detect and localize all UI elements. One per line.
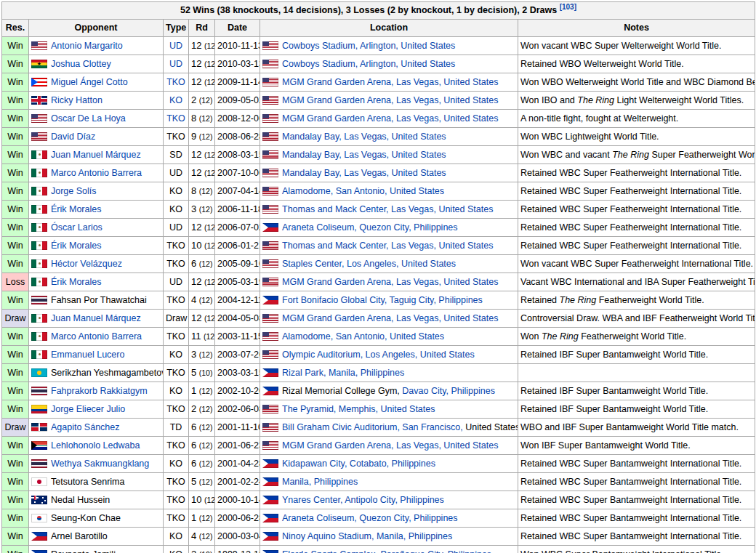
round-number: 10 [191, 240, 201, 251]
flag-philippines-icon [31, 550, 47, 553]
location-cell: Araneta Coliseum, Quezon City, Philippin… [260, 509, 518, 528]
type-label: TKO [166, 477, 185, 487]
result-cell: Win [2, 455, 29, 473]
opponent-link[interactable]: Héctor Velázquez [51, 259, 122, 269]
round-number: 3 [191, 203, 196, 214]
table-row: WinÉrik MoralesKO3 (12)2006-11-18Thomas … [2, 201, 755, 219]
location-link[interactable]: Cowboys Stadium, Arlington, United State… [282, 41, 455, 51]
opponent-link[interactable]: Emmanuel Lucero [51, 350, 124, 360]
opponent-link[interactable]: Érik Morales [51, 204, 101, 214]
location-link[interactable]: Alamodome, San Antonio, United States [282, 331, 444, 342]
table-row: WinSerikzhan YeshmagambetovTKO5 (10)2003… [2, 364, 755, 382]
location-cell: Mandalay Bay, Las Vegas, United States [260, 128, 518, 146]
location-link[interactable]: Bill Graham Civic Auditorium, San Franci… [282, 422, 463, 432]
location-link[interactable]: Kidapawan City, Cotabato, Philippines [282, 459, 435, 469]
date-cell: 2000-03-04 [215, 528, 260, 546]
opponent-link[interactable]: Jorge Solís [51, 186, 97, 196]
opponent-cell: Agapito Sánchez [29, 419, 164, 437]
type-cell: TKO [164, 491, 189, 509]
column-header-result: Res. [2, 20, 29, 37]
location-link[interactable]: MGM Grand Garden Arena, Las Vegas, Unite… [282, 113, 498, 124]
opponent-link[interactable]: Érik Morales [51, 277, 101, 287]
location-link[interactable]: Manila, Philippines [282, 477, 358, 487]
round-cell: 12 (12) [189, 219, 215, 237]
location-link[interactable]: Thomas and Mack Center, Las Vegas, Unite… [282, 204, 493, 214]
opponent-link[interactable]: Óscar Larios [51, 222, 102, 233]
location-link[interactable]: Elorde Sports Complex, Parañaque City, P… [282, 549, 491, 553]
flag-thailand-icon [31, 459, 47, 468]
opponent-link[interactable]: Érik Morales [51, 241, 101, 251]
location-link[interactable]: Ninoy Aquino Stadium, Manila, Philippine… [282, 531, 452, 541]
type-label: TKO [166, 132, 185, 142]
location-link[interactable]: Rizal Park, Manila, Philippines [282, 368, 404, 378]
flag-mexico-icon [31, 169, 47, 177]
flag-united-states-icon [262, 278, 278, 286]
type-cell: KO [164, 455, 189, 473]
date-cell: 2004-12-11 [215, 291, 260, 310]
type-link[interactable]: UD [169, 59, 182, 69]
round-number: 12 [191, 276, 201, 287]
location-link[interactable]: Thomas and Mack Center, Las Vegas, Unite… [282, 241, 493, 251]
result-cell: Win [2, 437, 29, 455]
round-cell: 12 (12) [189, 73, 215, 92]
type-cell: KO [164, 382, 189, 400]
round-total: (12) [204, 241, 215, 250]
opponent-link[interactable]: Juan Manuel Márquez [51, 313, 141, 323]
date-cell: 2010-11-13 [215, 37, 260, 55]
opponent-link[interactable]: Joshua Clottey [51, 59, 111, 69]
location-link[interactable]: Ynares Center, Antipolo City, Philippine… [282, 495, 444, 505]
location-link[interactable]: Davao City, Philippines [402, 386, 495, 396]
result-cell: Win [2, 146, 29, 164]
round-number: 2 [191, 549, 196, 553]
flag-philippines-icon [262, 477, 278, 486]
location-link[interactable]: MGM Grand Garden Arena, Las Vegas, Unite… [282, 313, 498, 323]
table-row: WinReynante JamiliKO2 (12)1999-12-18Elor… [2, 546, 755, 553]
type-link[interactable]: TKO [166, 113, 185, 124]
opponent-link[interactable]: Lehlohonolo Ledwaba [51, 440, 140, 451]
opponent-link[interactable]: Marco Antonio Barrera [51, 331, 142, 342]
location-link[interactable]: Araneta Coliseum, Quezon City, Philippin… [282, 513, 458, 523]
location-link[interactable]: The Pyramid, Memphis, United States [282, 404, 435, 414]
location-link[interactable]: Alamodome, San Antonio, United States [282, 186, 444, 196]
location-cell: Ninoy Aquino Stadium, Manila, Philippine… [260, 528, 518, 546]
date-cell: 2001-02-24 [215, 473, 260, 491]
type-link[interactable]: UD [169, 41, 182, 51]
location-link[interactable]: MGM Grand Garden Arena, Las Vegas, Unite… [282, 77, 498, 87]
flag-united-states-icon [262, 332, 278, 341]
location-link[interactable]: Mandalay Bay, Las Vegas, United States [282, 150, 446, 160]
opponent-link[interactable]: Fahprakorb Rakkiatgym [51, 386, 148, 396]
table-row: WinLehlohonolo LedwabaTKO6 (12)2001-06-2… [2, 437, 755, 455]
location-link[interactable]: MGM Grand Garden Arena, Las Vegas, Unite… [282, 277, 498, 287]
location-link[interactable]: Fort Bonifacio Global City, Taguig City,… [282, 295, 483, 305]
opponent-cell: Jorge Solís [29, 182, 164, 201]
round-total: (12) [199, 514, 213, 522]
location-link[interactable]: MGM Grand Garden Arena, Las Vegas, Unite… [282, 440, 498, 451]
opponent-link[interactable]: Antonio Margarito [51, 41, 123, 51]
location-cell: Bill Graham Civic Auditorium, San Franci… [260, 419, 518, 437]
opponent-link[interactable]: Wethya Sakmuangklang [51, 459, 149, 469]
location-link[interactable]: Staples Center, Los Angeles, United Stat… [282, 259, 456, 269]
location-cell: MGM Grand Garden Arena, Las Vegas, Unite… [260, 110, 518, 128]
opponent-link[interactable]: Miguel Ángel Cotto [51, 77, 128, 87]
result-cell: Win [2, 73, 29, 92]
opponent-link[interactable]: Agapito Sánchez [51, 422, 120, 432]
opponent-link[interactable]: Juan Manuel Márquez [51, 150, 141, 160]
type-link[interactable]: TKO [166, 77, 185, 87]
location-cell: Rizal Park, Manila, Philippines [260, 364, 518, 382]
opponent-link[interactable]: Jorge Eliecer Julio [51, 404, 125, 414]
location-link[interactable]: Cowboys Stadium, Arlington, United State… [282, 59, 455, 69]
location-link[interactable]: Mandalay Bay, Las Vegas, United States [282, 168, 446, 178]
opponent-link[interactable]: David Díaz [51, 132, 95, 142]
type-link[interactable]: KO [169, 95, 182, 105]
location-link[interactable]: Olympic Auditorium, Los Angeles, United … [282, 350, 475, 360]
location-link[interactable]: MGM Grand Garden Arena, Las Vegas, Unite… [282, 95, 498, 105]
opponent-link[interactable]: Oscar De La Hoya [51, 113, 126, 124]
location-link[interactable]: Araneta Coliseum, Quezon City, Philippin… [282, 222, 458, 233]
location-link[interactable]: Mandalay Bay, Las Vegas, United States [282, 132, 446, 142]
reference-link[interactable]: [103] [560, 3, 576, 11]
opponent-link[interactable]: Ricky Hatton [51, 95, 102, 105]
opponent-link[interactable]: Marco Antonio Barrera [51, 168, 142, 178]
round-total: (12) [204, 314, 215, 323]
notes-cell: Won IBF Super Bantamweight World Title. [518, 437, 755, 455]
flag-australia-icon [31, 496, 47, 504]
